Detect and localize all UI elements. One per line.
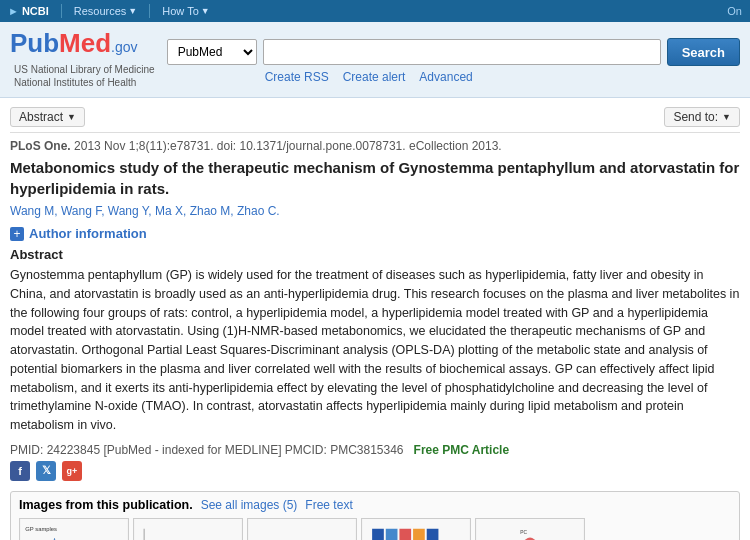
image-thumb-5[interactable]: TMAO PC LDL	[475, 518, 585, 540]
svg-rect-28	[386, 529, 398, 541]
ncbi-icon: ►	[8, 5, 19, 17]
svg-rect-29	[399, 529, 411, 541]
twitter-icon[interactable]: 𝕏	[36, 461, 56, 481]
howto-menu[interactable]: How To ▼	[162, 5, 209, 17]
med-text: Med	[59, 28, 111, 59]
advanced-link[interactable]: Advanced	[419, 70, 472, 84]
resources-menu[interactable]: Resources ▼	[74, 5, 138, 17]
ncbi-label: NCBI	[22, 5, 49, 17]
svg-rect-4	[134, 519, 241, 540]
abstract-heading: Abstract	[10, 247, 740, 262]
abstract-body: Gynostemma pentaphyllum (GP) is widely u…	[10, 266, 740, 435]
search-row: PubMed Search	[167, 38, 740, 66]
image-thumb-1[interactable]: GP samples	[19, 518, 129, 540]
svg-rect-30	[413, 529, 425, 541]
svg-rect-31	[427, 529, 439, 541]
free-text-link[interactable]: Free text	[305, 498, 352, 512]
images-section: Images from this publication. See all im…	[10, 491, 740, 540]
journal-date: 2013 Nov 1;8(11):e78731. doi: 10.1371/jo…	[74, 139, 502, 153]
facebook-icon[interactable]: f	[10, 461, 30, 481]
author-info-row: + Author information	[10, 226, 740, 241]
image-thumb-4[interactable]	[361, 518, 471, 540]
journal-name: PLoS One.	[10, 139, 71, 153]
pubmed-logo: Pub Med .gov	[10, 28, 155, 59]
content-area: Abstract ▼ Send to: ▼ PLoS One. 2013 Nov…	[0, 98, 750, 540]
svg-rect-27	[372, 529, 384, 541]
svg-rect-17	[248, 519, 355, 540]
search-button[interactable]: Search	[667, 38, 740, 66]
see-all-images-link[interactable]: See all images (5)	[201, 498, 298, 512]
search-links: Create RSS Create alert Advanced	[265, 70, 740, 84]
images-row: GP samples	[19, 518, 731, 540]
search-input[interactable]	[263, 39, 661, 65]
journal-info: PLoS One. 2013 Nov 1;8(11):e78731. doi: …	[10, 139, 740, 153]
sendto-dropdown-icon: ▼	[722, 112, 731, 122]
divider	[61, 4, 62, 18]
create-rss-link[interactable]: Create RSS	[265, 70, 329, 84]
pub-text: Pub	[10, 28, 59, 59]
author-info-toggle[interactable]: +	[10, 227, 24, 241]
pmid-line: PMID: 24223845 [PubMed - indexed for MED…	[10, 443, 740, 457]
free-pmc-badge[interactable]: Free PMC Article	[414, 443, 510, 457]
library-info: US National Library of Medicine National…	[14, 63, 155, 89]
divider2	[149, 4, 150, 18]
image-thumb-3[interactable]	[247, 518, 357, 540]
create-alert-link[interactable]: Create alert	[343, 70, 406, 84]
image-thumb-2[interactable]: PC1 PC2	[133, 518, 243, 540]
abstract-button[interactable]: Abstract ▼	[10, 107, 85, 127]
authors-link[interactable]: Wang M, Wang F, Wang Y, Ma X, Zhao M, Zh…	[10, 204, 280, 218]
social-row: f 𝕏 g+	[10, 461, 740, 481]
abstract-dropdown-icon: ▼	[67, 112, 76, 122]
images-header: Images from this publication. See all im…	[19, 498, 731, 512]
resources-dropdown-icon: ▼	[128, 6, 137, 16]
article-title: Metabonomics study of the therapeutic me…	[10, 157, 740, 199]
svg-text:PC: PC	[520, 529, 527, 534]
on-label: On	[727, 5, 742, 17]
googleplus-icon[interactable]: g+	[62, 461, 82, 481]
svg-text:GP samples: GP samples	[25, 525, 57, 531]
author-info-label[interactable]: Author information	[29, 226, 147, 241]
gov-text: .gov	[111, 39, 137, 55]
svg-rect-47	[476, 519, 583, 540]
authors: Wang M, Wang F, Wang Y, Ma X, Zhao M, Zh…	[10, 204, 740, 218]
ncbi-logo: ► NCBI	[8, 5, 49, 17]
send-to-button[interactable]: Send to: ▼	[664, 107, 740, 127]
howto-dropdown-icon: ▼	[201, 6, 210, 16]
top-navigation: ► NCBI Resources ▼ How To ▼ On	[0, 0, 750, 22]
search-area: Pub Med .gov US National Library of Medi…	[0, 22, 750, 98]
images-label: Images from this publication.	[19, 498, 193, 512]
abstract-toolbar: Abstract ▼ Send to: ▼	[10, 102, 740, 133]
search-select[interactable]: PubMed	[167, 39, 257, 65]
